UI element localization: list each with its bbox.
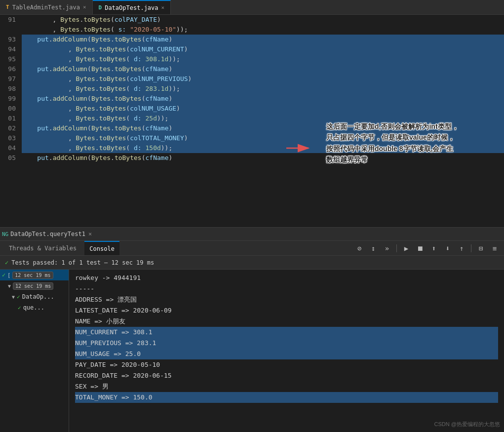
tree-check-3: ✓ <box>18 305 21 311</box>
code-line-94: , Bytes.toBytes(colNUM_CURRENT) <box>22 44 504 54</box>
annotation-box: 这后面一定要加d,否则会被解析为int类型， 只占据四个字节，但是读取value… <box>326 121 494 165</box>
output-line-11: TOTAL_MONEY => 150.0 <box>75 392 498 403</box>
code-line-92: , Bytes.toBytes( s: "2020-05-10")); <box>22 25 504 35</box>
code-line-96: put.addColumn(Bytes.toBytes(cfName) <box>22 64 504 74</box>
tree-check-0: ✓ <box>2 272 5 278</box>
output-line-3: LATEST_DATE => 2020-06-09 <box>75 305 498 316</box>
tab-tableadmintest-label: TableAdminTest.java <box>12 4 80 11</box>
tab-threads-variables[interactable]: Threads & Variables <box>4 241 81 255</box>
output-line-4: NAME => 小朋友 <box>75 316 498 327</box>
code-line-95: , Bytes.toBytes( d: 308.1d)); <box>22 54 504 64</box>
tab-dataoptest[interactable]: D DataOpTest.java × <box>93 0 171 14</box>
run-tab-bar: NG DataOpTest.queryTest1 × <box>0 227 504 241</box>
toolbar-btn-stop2[interactable]: ⏹ <box>415 243 426 254</box>
toolbar-btn-up[interactable]: ⬆ <box>428 243 439 254</box>
code-editor: 91 93 94 95 96 97 98 99 00 01 02 03 04 0… <box>0 15 504 227</box>
tree-item-2[interactable]: ▼ ✓ DataOp... <box>0 291 69 302</box>
test-status-text: Tests passed: 1 of 1 test – 12 sec 19 ms <box>11 259 154 266</box>
output-line-5: NUM_CURRENT => 308.1 <box>75 327 498 338</box>
left-pane: ✓ [ 12 sec 19 ms ▼ 12 sec 19 ms ▼ ✓ Data… <box>0 270 69 432</box>
tree-item-0[interactable]: ✓ [ 12 sec 19 ms <box>0 270 69 280</box>
output-line-1: ----- <box>75 283 498 294</box>
ng-icon: NG <box>2 231 8 237</box>
tab-dataoptest-label: DataOpTest.java <box>105 4 158 11</box>
console-label: Console <box>89 245 115 252</box>
tab-tableadmintest[interactable]: T TableAdminTest.java × <box>0 0 93 14</box>
code-line-100: , Bytes.toBytes(colNUM_USAGE) <box>22 104 504 114</box>
code-line-98: , Bytes.toBytes( d: 283.1d)); <box>22 84 504 94</box>
tab-console[interactable]: Console <box>84 241 119 255</box>
tab-bar: T TableAdminTest.java × D DataOpTest.jav… <box>0 0 504 15</box>
debug-tab-toolbar: Threads & Variables Console ⊘ ↕ » ▶ ⏹ ⬆ … <box>0 241 504 256</box>
toolbar-btn-stop[interactable]: ⊘ <box>354 243 365 254</box>
status-bar: ✓ Tests passed: 1 of 1 test – 12 sec 19 … <box>0 256 504 270</box>
annotation-text: 这后面一定要加d,否则会被解析为int类型， 只占据四个字节，但是读取value… <box>326 121 465 165</box>
toolbar-btn-rerun[interactable]: ▶ <box>401 243 412 254</box>
toolbar-btn-more[interactable]: » <box>382 243 392 254</box>
tab-dataoptest-close[interactable]: × <box>161 4 165 11</box>
debug-panes: ✓ [ 12 sec 19 ms ▼ 12 sec 19 ms ▼ ✓ Data… <box>0 270 504 432</box>
toolbar-btn-down[interactable]: ⬇ <box>442 243 453 254</box>
dataop-icon: D <box>99 4 102 11</box>
code-line-99: put.addColumn(Bytes.toBytes(cfName) <box>22 94 504 104</box>
tree-item-3[interactable]: ✓ que... <box>0 302 69 313</box>
tree-arrow-1: ▼ <box>8 283 11 289</box>
code-line-93: put.addColumn(Bytes.toBytes(cfName) <box>22 35 504 44</box>
output-line-9: RECORD_DATE => 2020-06-15 <box>75 370 498 381</box>
code-line-91: , Bytes.toBytes(colPAY_DATE) <box>22 15 504 25</box>
toolbar-btn-filter[interactable]: ⊟ <box>475 243 486 254</box>
tree-bracket-open: [ <box>7 273 10 278</box>
toolbar-btn-sort[interactable]: ↕ <box>368 243 379 254</box>
tree-time-badge-0: 12 sec 19 ms <box>12 272 53 279</box>
tab-tableadmintest-close[interactable]: × <box>83 4 86 10</box>
tree-item-1[interactable]: ▼ 12 sec 19 ms <box>0 280 69 291</box>
toolbar-sep1 <box>396 244 397 252</box>
watermark: CSDN @热爱编程的大忽悠 <box>434 421 500 428</box>
tree-time-badge-1: 12 sec 19 ms <box>13 282 53 290</box>
threads-variables-label: Threads & Variables <box>9 245 77 252</box>
toolbar-btn-menu[interactable]: ≡ <box>489 243 500 254</box>
tree-check-2: ✓ <box>17 294 20 300</box>
output-line-8: PAY_DATE => 2020-05-10 <box>75 359 498 370</box>
right-pane[interactable]: rowkey -> 4944191 ----- ADDRESS => 漂亮国 L… <box>69 270 504 432</box>
tree-label-2: DataOp... <box>22 293 54 300</box>
output-line-7: NUM_USAGE => 25.0 <box>75 349 498 359</box>
output-line-6: NUM_PREVIOUS => 283.1 <box>75 338 498 349</box>
java-icon: T <box>6 4 9 10</box>
test-check-icon: ✓ <box>5 259 8 266</box>
output-line-0: rowkey -> 4944191 <box>75 273 498 283</box>
toolbar-btn-up2[interactable]: ↑ <box>456 243 467 254</box>
code-line-97: , Bytes.toBytes(colNUM_PREVIOUS) <box>22 74 504 84</box>
output-line-10: SEX => 男 <box>75 381 498 392</box>
run-tab-close[interactable]: × <box>88 231 92 237</box>
tree-arrow-2: ▼ <box>12 294 15 300</box>
run-tab-label[interactable]: DataOpTest.queryTest1 <box>10 231 85 237</box>
output-line-2: ADDRESS => 漂亮国 <box>75 294 498 305</box>
tree-label-3: que... <box>23 304 44 311</box>
line-numbers: 91 93 94 95 96 97 98 99 00 01 02 03 04 0… <box>0 15 20 227</box>
toolbar-sep2 <box>471 244 471 252</box>
